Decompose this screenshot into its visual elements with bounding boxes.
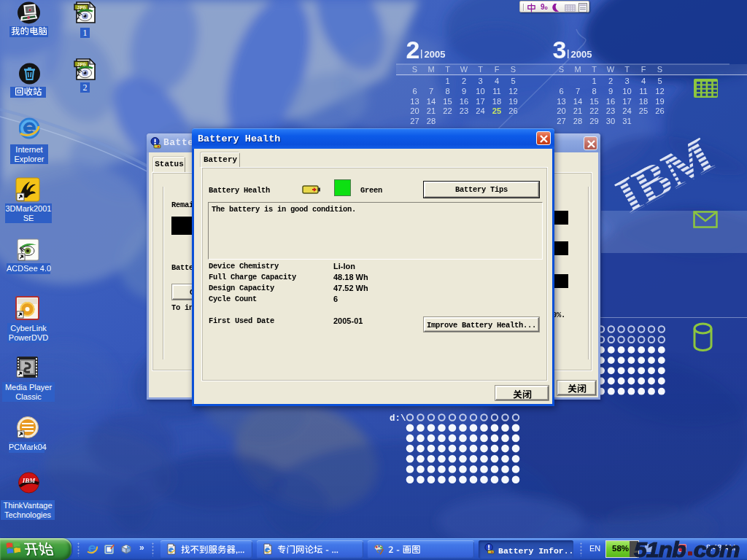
svg-text:5: 5 bbox=[657, 77, 662, 85]
svg-text:27: 27 bbox=[557, 117, 565, 125]
svg-text:W: W bbox=[607, 65, 615, 74]
svg-text:20: 20 bbox=[410, 106, 419, 115]
svg-text:W: W bbox=[460, 65, 468, 74]
svg-text:T: T bbox=[445, 65, 450, 74]
svg-text:9: 9 bbox=[608, 87, 613, 96]
svg-text:26: 26 bbox=[508, 106, 517, 115]
svg-text:T: T bbox=[592, 65, 597, 74]
svg-text:24: 24 bbox=[622, 106, 631, 115]
svg-text:S: S bbox=[412, 65, 417, 74]
svg-text:S: S bbox=[511, 65, 516, 74]
svg-text:1: 1 bbox=[445, 77, 449, 85]
svg-text:T: T bbox=[624, 65, 630, 74]
svg-text:IBM: IBM bbox=[22, 477, 36, 484]
svg-text:17: 17 bbox=[476, 97, 484, 106]
svg-text:24: 24 bbox=[476, 106, 484, 115]
svg-text:3: 3 bbox=[553, 36, 567, 63]
svg-text:S: S bbox=[657, 65, 662, 74]
svg-text:6: 6 bbox=[412, 87, 417, 96]
svg-text:7: 7 bbox=[576, 87, 580, 96]
svg-text:19: 19 bbox=[655, 97, 664, 106]
svg-text:5: 5 bbox=[511, 77, 515, 85]
svg-text:20: 20 bbox=[557, 106, 565, 115]
svg-text:2005: 2005 bbox=[425, 49, 446, 60]
svg-text:13: 13 bbox=[410, 97, 419, 106]
svg-text:F: F bbox=[495, 65, 500, 74]
svg-text:16: 16 bbox=[460, 97, 468, 106]
svg-text:7: 7 bbox=[429, 87, 433, 96]
svg-text:2: 2 bbox=[406, 36, 420, 63]
svg-text:6: 6 bbox=[559, 87, 563, 96]
svg-text:23: 23 bbox=[460, 106, 468, 115]
svg-text:4: 4 bbox=[495, 77, 499, 85]
svg-text:23: 23 bbox=[606, 106, 615, 115]
svg-text:27: 27 bbox=[410, 117, 419, 125]
svg-text:31: 31 bbox=[622, 117, 631, 125]
svg-text:T: T bbox=[478, 65, 483, 74]
svg-text:M: M bbox=[574, 65, 581, 74]
svg-text:28: 28 bbox=[573, 117, 582, 125]
svg-text:M: M bbox=[427, 65, 434, 74]
svg-text:11: 11 bbox=[639, 87, 648, 96]
svg-text:21: 21 bbox=[427, 106, 436, 115]
svg-text:30: 30 bbox=[606, 117, 615, 125]
svg-text:2: 2 bbox=[608, 77, 613, 85]
svg-text:12: 12 bbox=[508, 87, 517, 96]
svg-text:26: 26 bbox=[655, 106, 664, 115]
svg-text:9: 9 bbox=[462, 87, 466, 96]
svg-text:8: 8 bbox=[592, 87, 596, 96]
svg-text:4: 4 bbox=[641, 77, 646, 85]
svg-text:1: 1 bbox=[592, 77, 596, 85]
svg-text:25: 25 bbox=[492, 106, 501, 115]
svg-text:22: 22 bbox=[443, 106, 452, 115]
svg-text:22: 22 bbox=[589, 106, 598, 115]
svg-text:14: 14 bbox=[427, 97, 436, 106]
svg-text:10: 10 bbox=[476, 87, 484, 96]
svg-text:F: F bbox=[641, 65, 646, 74]
svg-text:2005: 2005 bbox=[571, 49, 592, 60]
svg-text:18: 18 bbox=[492, 97, 501, 106]
svg-text:S: S bbox=[559, 65, 564, 74]
svg-text:28: 28 bbox=[427, 117, 436, 125]
svg-text:8: 8 bbox=[445, 87, 449, 96]
svg-text:17: 17 bbox=[622, 97, 631, 106]
svg-text:12: 12 bbox=[655, 87, 664, 96]
svg-text:3: 3 bbox=[624, 77, 629, 85]
svg-text:15: 15 bbox=[589, 97, 598, 106]
svg-text:25: 25 bbox=[639, 106, 648, 115]
svg-text:d:\: d:\ bbox=[390, 413, 406, 424]
svg-text:21: 21 bbox=[573, 106, 582, 115]
svg-text:15: 15 bbox=[443, 97, 452, 106]
svg-text:19: 19 bbox=[508, 97, 517, 106]
svg-text:13: 13 bbox=[557, 97, 565, 106]
svg-text:11: 11 bbox=[492, 87, 501, 96]
svg-text:29: 29 bbox=[589, 117, 598, 125]
svg-text:16: 16 bbox=[606, 97, 615, 106]
svg-text:2: 2 bbox=[462, 77, 466, 85]
svg-text:18: 18 bbox=[639, 97, 648, 106]
svg-text:3: 3 bbox=[478, 77, 482, 85]
svg-text:10: 10 bbox=[622, 87, 631, 96]
svg-text:14: 14 bbox=[573, 97, 582, 106]
